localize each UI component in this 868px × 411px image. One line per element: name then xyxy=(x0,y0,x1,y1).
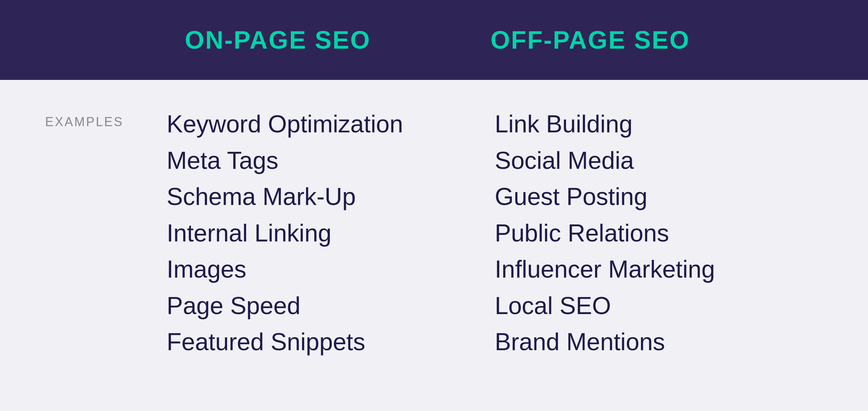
on-page-header-col: ON-PAGE SEO xyxy=(122,26,434,54)
on-page-item: Featured Snippets xyxy=(167,326,474,359)
on-page-title: ON-PAGE SEO xyxy=(185,26,371,54)
off-page-header-col: OFF-PAGE SEO xyxy=(434,26,746,54)
off-page-item: Link Building xyxy=(495,108,802,141)
on-page-item: Page Speed xyxy=(167,289,474,322)
examples-text: EXAMPLES xyxy=(45,115,124,129)
on-page-item: Keyword Optimization xyxy=(167,108,474,141)
examples-label: EXAMPLES xyxy=(45,108,167,359)
off-page-title: OFF-PAGE SEO xyxy=(491,26,690,54)
content-section: EXAMPLES Keyword OptimizationMeta TagsSc… xyxy=(0,80,868,386)
page-wrapper: ON-PAGE SEO OFF-PAGE SEO EXAMPLES Keywor… xyxy=(0,0,868,386)
off-page-item: Guest Posting xyxy=(495,180,802,213)
on-page-item: Internal Linking xyxy=(167,217,474,250)
on-page-item: Images xyxy=(167,253,474,286)
on-page-item: Meta Tags xyxy=(167,144,474,177)
off-page-item: Local SEO xyxy=(495,289,802,322)
on-page-item: Schema Mark-Up xyxy=(167,180,474,213)
off-page-item: Public Relations xyxy=(495,217,802,250)
off-page-item: Social Media xyxy=(495,144,802,177)
off-page-items-col: Link BuildingSocial MediaGuest PostingPu… xyxy=(495,108,823,359)
on-page-items-col: Keyword OptimizationMeta TagsSchema Mark… xyxy=(167,108,495,359)
off-page-item: Brand Mentions xyxy=(495,326,802,359)
header-section: ON-PAGE SEO OFF-PAGE SEO xyxy=(0,0,868,80)
off-page-item: Influencer Marketing xyxy=(495,253,802,286)
